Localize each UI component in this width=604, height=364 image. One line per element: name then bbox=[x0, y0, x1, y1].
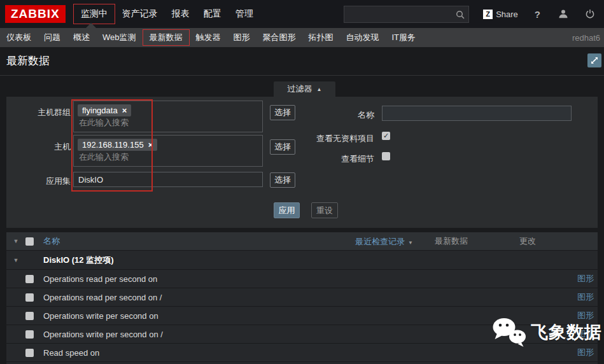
header-last-check[interactable]: 最近检查记录▼ bbox=[318, 235, 413, 248]
host-search-placeholder: 在此输入搜索 bbox=[79, 151, 129, 163]
subnav-screens[interactable]: 聚合图形 bbox=[256, 30, 302, 45]
host-group-tag: flyingdata × bbox=[78, 104, 131, 116]
table-row: Operations write per second on / 图形 bbox=[6, 325, 598, 343]
fullscreen-button[interactable] bbox=[587, 53, 601, 67]
subnav-problems[interactable]: 问题 bbox=[38, 30, 67, 45]
title-divider bbox=[0, 75, 604, 76]
graph-link[interactable]: 图形 bbox=[566, 347, 598, 358]
item-name: Read speed on bbox=[43, 348, 318, 358]
subnav-discovery[interactable]: 自动发现 bbox=[340, 30, 386, 45]
subnav-latest-data[interactable]: 最新数据 bbox=[143, 29, 190, 46]
application-input[interactable] bbox=[73, 172, 263, 187]
row-checkbox[interactable] bbox=[25, 349, 34, 357]
active-nav-arrow bbox=[86, 23, 96, 28]
user-profile-icon[interactable] bbox=[558, 9, 568, 19]
header-latest-data: 最新数据 bbox=[413, 235, 489, 247]
select-all-checkbox[interactable] bbox=[25, 237, 34, 246]
reset-button[interactable]: 重设 bbox=[311, 202, 338, 218]
show-details-checkbox[interactable] bbox=[382, 152, 390, 160]
monitoring-sub-nav: 仪表板 问题 概述 Web监测 最新数据 触发器 图形 聚合图形 拓扑图 自动发… bbox=[0, 28, 604, 47]
subnav-maps[interactable]: 拓扑图 bbox=[302, 30, 340, 45]
item-name: Operations read per second on / bbox=[43, 293, 318, 302]
subnav-overview[interactable]: 概述 bbox=[67, 30, 96, 45]
host-group-search-placeholder: 在此输入搜索 bbox=[79, 117, 129, 129]
name-filter-label: 名称 bbox=[304, 109, 374, 121]
zabbix-latest-data-screen: ZABBIX 监测中 资产记录 报表 配置 管理 Z Share ? bbox=[0, 0, 604, 364]
graph-link[interactable]: 图形 bbox=[566, 291, 598, 303]
collapse-group-icon[interactable]: ▼ bbox=[6, 257, 25, 263]
host-multiselect[interactable]: 192.168.119.155 × 在此输入搜索 bbox=[73, 135, 263, 167]
table-header-row: ▼ 名称 最近检查记录▼ 最新数据 更改 bbox=[6, 232, 598, 250]
table-row: Operations read per second on / 图形 bbox=[6, 288, 598, 306]
host-group-select-button[interactable]: 选择 bbox=[270, 105, 295, 120]
host-tag: 192.168.119.155 × bbox=[78, 139, 157, 151]
host-label: 主机 bbox=[10, 141, 71, 153]
partial-row-sliver bbox=[6, 361, 598, 364]
subnav-web[interactable]: Web监测 bbox=[96, 30, 143, 45]
current-host-label: redhat6 bbox=[572, 33, 604, 43]
sort-desc-icon: ▼ bbox=[408, 240, 413, 246]
host-group-multiselect[interactable]: flyingdata × 在此输入搜索 bbox=[73, 101, 263, 132]
graph-link[interactable]: 图形 bbox=[566, 328, 598, 340]
nav-item-configuration[interactable]: 配置 bbox=[197, 4, 228, 24]
name-filter-input[interactable] bbox=[382, 106, 572, 121]
logout-power-icon[interactable] bbox=[585, 9, 595, 19]
graph-link[interactable]: 图形 bbox=[566, 273, 598, 284]
collapse-up-icon: ▲ bbox=[317, 87, 322, 92]
table-row: Operations read per second on 图形 bbox=[6, 269, 598, 288]
graph-link[interactable]: 图形 bbox=[566, 310, 598, 321]
remove-tag-icon[interactable]: × bbox=[148, 140, 153, 150]
subnav-it-services[interactable]: IT服务 bbox=[386, 30, 423, 45]
item-name: Operations read per second on bbox=[43, 274, 318, 284]
application-label: 应用集 bbox=[10, 176, 71, 187]
show-items-without-data-label: 查看无资料项目 bbox=[279, 133, 374, 144]
topbar-right: Z Share ? bbox=[344, 6, 595, 23]
filter-panel: 主机群组 flyingdata × 在此输入搜索 选择 主机 192.168.1… bbox=[6, 97, 598, 228]
nav-item-inventory[interactable]: 资产记录 bbox=[115, 4, 165, 24]
remove-tag-icon[interactable]: × bbox=[122, 106, 127, 115]
latest-data-table: ▼ 名称 最近检查记录▼ 最新数据 更改 ▼ DiskIO (12 监控项) O… bbox=[6, 232, 598, 364]
help-button[interactable]: ? bbox=[535, 9, 540, 20]
host-group-label: 主机群组 bbox=[10, 107, 71, 118]
search-input[interactable] bbox=[344, 6, 468, 22]
table-row: Operations write per second on 图形 bbox=[6, 306, 598, 325]
item-name: Operations write per second on / bbox=[43, 330, 318, 339]
filter-toggle-tab[interactable]: 过滤器 ▲ bbox=[274, 81, 335, 97]
subnav-graphs[interactable]: 图形 bbox=[227, 30, 256, 45]
subnav-dashboard[interactable]: 仪表板 bbox=[0, 30, 38, 45]
check-icon: ✓ bbox=[383, 132, 389, 140]
nav-item-administration[interactable]: 管理 bbox=[228, 4, 260, 24]
table-row: Read speed on 图形 bbox=[6, 343, 598, 361]
header-name[interactable]: 名称 bbox=[43, 235, 318, 247]
nav-item-monitoring[interactable]: 监测中 bbox=[73, 4, 115, 24]
share-button[interactable]: Z Share bbox=[483, 10, 518, 19]
show-details-label: 查看细节 bbox=[279, 153, 374, 165]
application-select-button[interactable]: 选择 bbox=[270, 172, 295, 188]
row-checkbox[interactable] bbox=[25, 330, 34, 339]
zabbix-share-icon: Z bbox=[483, 10, 493, 19]
row-checkbox[interactable] bbox=[25, 275, 34, 283]
apply-button[interactable]: 应用 bbox=[274, 202, 300, 218]
expand-arrows-icon bbox=[590, 56, 599, 65]
show-items-without-data-checkbox[interactable]: ✓ bbox=[382, 132, 390, 140]
item-name: Operations write per second on bbox=[43, 311, 318, 321]
search-icon[interactable] bbox=[456, 10, 465, 22]
row-checkbox[interactable] bbox=[25, 312, 34, 320]
global-search bbox=[344, 6, 469, 23]
main-nav: 监测中 资产记录 报表 配置 管理 bbox=[73, 4, 260, 24]
page-title: 最新数据 bbox=[6, 53, 50, 68]
header-change: 更改 bbox=[489, 235, 566, 247]
collapse-all-icon[interactable]: ▼ bbox=[6, 238, 25, 244]
group-name: DiskIO (12 监控项) bbox=[43, 255, 318, 266]
nav-item-reports[interactable]: 报表 bbox=[165, 4, 197, 24]
application-group-row: ▼ DiskIO (12 监控项) bbox=[6, 250, 598, 269]
zabbix-logo[interactable]: ZABBIX bbox=[5, 5, 66, 23]
subnav-triggers[interactable]: 触发器 bbox=[190, 30, 227, 45]
row-checkbox[interactable] bbox=[25, 293, 34, 302]
